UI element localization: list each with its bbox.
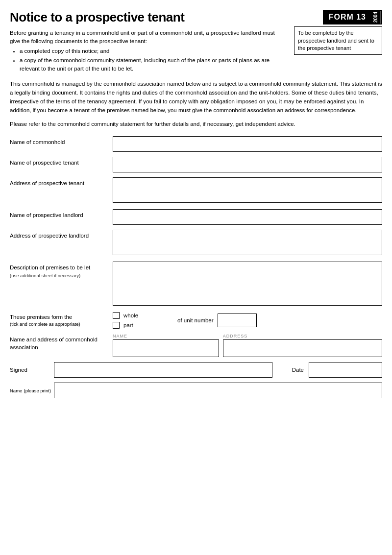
name-print-label: Name (please print) (10, 387, 49, 393)
prospective-landlord-address-input-area (113, 230, 382, 257)
description-input-area (113, 262, 382, 307)
part-checkbox[interactable] (113, 322, 120, 329)
premises-form-row: These premises form the (tick and comple… (10, 312, 382, 329)
assoc-row: Name and address of commonhold associati… (10, 334, 382, 357)
assoc-label: Name and address of commonhold associati… (10, 334, 113, 351)
page-title: Notice to a prospective tenant (10, 10, 284, 25)
name-print-input[interactable] (54, 383, 382, 398)
prospective-tenant-address-input-area (113, 177, 382, 204)
prospective-tenant-name-label: Name of prospective tenant (10, 157, 113, 167)
form-number: FORM 13 (324, 11, 371, 24)
prospective-tenant-name-input[interactable] (113, 157, 382, 172)
commonhold-name-input-area (113, 136, 382, 152)
description-input[interactable] (113, 262, 382, 306)
prospective-tenant-name-row: Name of prospective tenant (10, 157, 382, 172)
signed-date-row: Signed Date (10, 362, 382, 378)
part-option: part (113, 322, 138, 329)
date-input[interactable] (309, 362, 382, 378)
assoc-name-header: NAME (113, 334, 219, 338)
signed-input[interactable] (54, 362, 272, 378)
whole-label: whole (123, 313, 138, 318)
part-label: part (123, 322, 133, 328)
form-badge: FORM 13 2004 (323, 10, 382, 24)
commonhold-name-input[interactable] (113, 136, 382, 152)
description-label: Description of premises to be let (use a… (10, 262, 113, 279)
bullet-1: a completed copy of this notice; and (20, 47, 284, 55)
bullet-2: a copy of the commonhold community state… (20, 56, 284, 73)
assoc-address-header: ADDRESS (223, 334, 382, 338)
prospective-landlord-name-input[interactable] (113, 209, 382, 225)
assoc-name-wrap: NAME (113, 334, 219, 357)
description-row: Description of premises to be let (use a… (10, 262, 382, 307)
assoc-address-wrap: ADDRESS (223, 334, 382, 357)
prospective-landlord-name-input-area (113, 209, 382, 225)
premises-form-label: These premises form the (tick and comple… (10, 312, 113, 327)
intro-paragraph1: Before granting a tenancy in a commonhol… (10, 29, 284, 73)
whole-option: whole (113, 312, 138, 319)
assoc-name-input[interactable] (113, 339, 219, 357)
form-year: 2004 (371, 11, 381, 24)
prospective-landlord-name-row: Name of prospective landlord (10, 209, 382, 225)
prospective-landlord-address-row: Address of prospective landlord (10, 230, 382, 257)
form-note: To be completed by the prospective landl… (294, 26, 382, 55)
assoc-address-input[interactable] (223, 339, 382, 357)
whole-checkbox[interactable] (113, 312, 120, 319)
body-paragraph2: This commonhold is managed by the common… (10, 80, 382, 115)
prospective-landlord-address-input[interactable] (113, 230, 382, 255)
whole-part-unit-row: whole part of unit number (113, 312, 382, 329)
prospective-tenant-address-label: Address of prospective tenant (10, 177, 113, 187)
prospective-landlord-name-label: Name of prospective landlord (10, 209, 113, 219)
unit-number-input[interactable] (218, 314, 257, 327)
commonhold-name-label: Name of commonhold (10, 136, 113, 146)
commonhold-name-row: Name of commonhold (10, 136, 382, 152)
prospective-tenant-address-input[interactable] (113, 177, 382, 203)
date-label: Date (292, 367, 304, 373)
prospective-landlord-address-label: Address of prospective landlord (10, 230, 113, 240)
assoc-inputs: NAME ADDRESS (113, 334, 382, 357)
body-paragraph3: Please refer to the commonhold community… (10, 120, 382, 129)
name-print-row: Name (please print) (10, 383, 382, 398)
of-unit-number-label: of unit number (177, 317, 214, 323)
premises-options: whole part of unit number (113, 312, 382, 329)
prospective-tenant-address-row: Address of prospective tenant (10, 177, 382, 204)
prospective-tenant-name-input-area (113, 157, 382, 172)
signed-label: Signed (10, 367, 49, 373)
unit-number-row: of unit number (177, 314, 257, 327)
